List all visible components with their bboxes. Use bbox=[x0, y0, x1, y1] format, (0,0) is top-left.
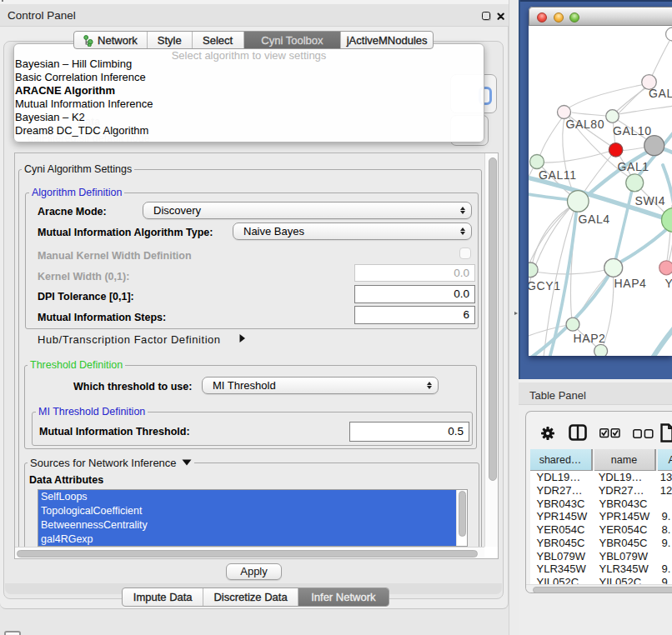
aracne-mode-combobox[interactable]: Discovery bbox=[143, 202, 472, 219]
table-row[interactable]: YDL19…YDL19…13 bbox=[530, 471, 672, 484]
network-edge[interactable] bbox=[619, 106, 672, 114]
table-row[interactable]: YER054CYER054C8. bbox=[530, 523, 672, 537]
dpi-tolerance-field[interactable]: 0.0 bbox=[354, 285, 475, 303]
column-header-third[interactable]: A bbox=[658, 449, 672, 471]
window-top-tick bbox=[2, 0, 3, 2]
network-window: GAL2GAL80GAL10GAL1SWI4GAL11GAL4GCY1HAP4Y… bbox=[529, 7, 672, 356]
network-node[interactable] bbox=[566, 318, 579, 331]
tab-jactivemnodules[interactable]: jActiveMNodules bbox=[341, 32, 433, 48]
network-node[interactable] bbox=[609, 143, 622, 157]
tab-infer-network[interactable]: Infer Network bbox=[298, 588, 389, 606]
show-checked-columns-icon[interactable] bbox=[599, 428, 620, 438]
table-row[interactable]: YBR043CYBR043C bbox=[530, 498, 672, 511]
network-node-label: GAL80 bbox=[566, 118, 605, 131]
network-edge[interactable] bbox=[532, 204, 574, 265]
bottom-tabbar: Impute Data Discretize Data Infer Networ… bbox=[122, 588, 389, 607]
network-node[interactable] bbox=[529, 262, 538, 278]
algorithm-option[interactable]: Mutual Information Inference bbox=[14, 98, 484, 111]
network-node-label: GAL10 bbox=[613, 124, 652, 138]
split-panel-icon[interactable] bbox=[569, 424, 587, 441]
settings-hscrollbar[interactable] bbox=[15, 547, 485, 558]
network-node[interactable] bbox=[659, 261, 672, 275]
table-row[interactable]: YBR045CYBR045C9. bbox=[530, 537, 672, 550]
settings-hscrollbar-thumb[interactable] bbox=[17, 550, 478, 558]
network-node[interactable] bbox=[666, 28, 672, 41]
mi-algorithm-type-combobox[interactable]: Naive Bayes bbox=[233, 222, 472, 240]
import-table-icon[interactable] bbox=[660, 423, 672, 442]
network-node[interactable] bbox=[604, 258, 623, 277]
network-edge[interactable] bbox=[540, 151, 611, 162]
data-attributes-list[interactable]: SelfLoopsTopologicalCoefficientBetweenne… bbox=[38, 489, 468, 547]
settings-vscrollbar-thumb[interactable] bbox=[489, 158, 497, 481]
table-cell: YBR045C bbox=[530, 537, 593, 550]
tab-network[interactable]: Network bbox=[74, 32, 148, 48]
manual-kernel-width-checkbox[interactable] bbox=[459, 248, 471, 259]
attribute-item[interactable]: BetweennessCentrality bbox=[38, 518, 467, 532]
kernel-width-label: Kernel Width (0,1): bbox=[38, 271, 129, 282]
attribute-item[interactable]: SelfLoops bbox=[38, 490, 467, 504]
network-canvas[interactable]: GAL2GAL80GAL10GAL1SWI4GAL11GAL4GCY1HAP4Y… bbox=[529, 26, 672, 356]
algorithm-option[interactable]: Dream8 DC_TDC Algorithm bbox=[14, 124, 484, 138]
column-header-shared-name[interactable]: shared… bbox=[530, 449, 593, 471]
network-node[interactable] bbox=[568, 191, 589, 212]
hide-columns-icon[interactable] bbox=[633, 429, 654, 438]
algorithm-option[interactable]: Basic Correlation Inference bbox=[14, 71, 484, 84]
column-header-name[interactable]: name bbox=[594, 449, 656, 471]
apply-button[interactable]: Apply bbox=[226, 563, 282, 580]
mi-threshold-label: Mutual Information Threshold: bbox=[39, 426, 190, 438]
network-node[interactable] bbox=[606, 110, 619, 123]
hub-definition-label[interactable]: Hub/Transcription Factor Definition bbox=[38, 333, 221, 346]
kernel-width-field[interactable]: 0.0 bbox=[354, 264, 475, 282]
minimize-traffic-light[interactable] bbox=[554, 12, 564, 22]
attribute-item[interactable]: TopologicalCoefficient bbox=[38, 504, 467, 518]
table-panel-bar[interactable]: Table Panel bbox=[519, 382, 672, 406]
minimized-panel-icon[interactable] bbox=[4, 631, 21, 635]
attribute-item[interactable]: gal4RGexp bbox=[38, 532, 467, 547]
tab-cyni-toolbox[interactable]: Cyni Toolbox bbox=[244, 32, 342, 48]
network-window-titlebar[interactable] bbox=[529, 7, 672, 26]
close-icon[interactable] bbox=[497, 12, 506, 22]
table-cell: 9. bbox=[656, 510, 671, 523]
collapse-arrow-icon[interactable] bbox=[182, 459, 192, 466]
network-edge[interactable] bbox=[616, 87, 648, 112]
expand-arrow-icon[interactable] bbox=[238, 333, 246, 343]
mi-threshold-field[interactable]: 0.5 bbox=[349, 422, 469, 442]
table-row[interactable]: YBL079WYBL079W bbox=[530, 550, 672, 563]
table-hscrollbar-thumb[interactable] bbox=[533, 587, 672, 594]
tab-select[interactable]: Select bbox=[193, 32, 244, 48]
network-edge-thick[interactable] bbox=[614, 187, 633, 264]
table-hscrollbar[interactable] bbox=[526, 584, 672, 593]
zoom-traffic-light[interactable] bbox=[569, 12, 579, 22]
network-edge[interactable] bbox=[567, 83, 649, 109]
tab-style[interactable]: Style bbox=[148, 32, 193, 48]
which-threshold-combobox[interactable]: MI Threshold bbox=[202, 377, 439, 394]
network-edge-thick[interactable] bbox=[529, 194, 572, 200]
network-node[interactable] bbox=[644, 136, 664, 156]
network-node[interactable] bbox=[594, 344, 608, 356]
network-edge[interactable] bbox=[652, 41, 669, 76]
mi-steps-field[interactable]: 6 bbox=[354, 306, 475, 324]
algorithm-option[interactable]: ARACNE Algorithm bbox=[14, 84, 484, 98]
split-divider-arrow-icon[interactable] bbox=[514, 312, 518, 315]
network-node[interactable] bbox=[626, 174, 644, 192]
network-edge-thick[interactable] bbox=[648, 328, 672, 356]
settings-vscrollbar[interactable] bbox=[484, 153, 498, 547]
network-edge-thick[interactable] bbox=[621, 226, 670, 262]
gear-icon[interactable] bbox=[541, 427, 554, 440]
stepper-down-arrow-icon bbox=[460, 232, 465, 235]
sources-title[interactable]: Sources for Network Inference bbox=[30, 457, 177, 469]
network-node[interactable] bbox=[530, 155, 544, 169]
close-traffic-light[interactable] bbox=[537, 12, 547, 22]
tab-impute-data[interactable]: Impute Data bbox=[123, 588, 203, 606]
table-row[interactable]: YPR145WYPR145W9. bbox=[530, 510, 672, 523]
algorithm-option[interactable]: Bayesian – K2 bbox=[14, 111, 484, 124]
table-row[interactable]: YLR345WYLR345W9. bbox=[530, 562, 672, 576]
network-node-label: HAP2 bbox=[574, 332, 606, 345]
table-row[interactable]: YDR27…YDR27…12 bbox=[530, 484, 672, 498]
list-vscrollbar-thumb[interactable] bbox=[459, 491, 466, 537]
list-vscrollbar[interactable] bbox=[456, 490, 467, 546]
network-edge[interactable] bbox=[572, 112, 606, 116]
tab-discretize-data[interactable]: Discretize Data bbox=[203, 588, 298, 606]
network-node-label: GCY1 bbox=[529, 279, 561, 292]
table-cell bbox=[656, 550, 662, 563]
